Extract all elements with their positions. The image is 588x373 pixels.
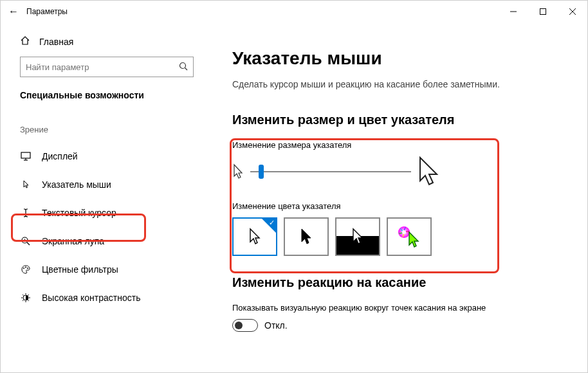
sidebar-item-label: Дисплей — [42, 151, 78, 161]
home-link[interactable]: Главная — [1, 29, 213, 57]
cursor-small-icon — [232, 163, 244, 180]
slider-thumb[interactable] — [259, 165, 264, 179]
svg-line-5 — [185, 68, 188, 70]
back-button[interactable]: ← — [1, 6, 26, 17]
text-cursor-icon — [20, 208, 32, 218]
home-icon — [20, 35, 30, 48]
svg-line-23 — [23, 300, 24, 302]
page-title: Указатель мыши — [232, 48, 568, 69]
sidebar-item-display[interactable]: Дисплей — [1, 142, 213, 170]
magnifier-icon — [20, 236, 32, 246]
svg-line-22 — [28, 300, 30, 302]
check-icon: ✓ — [269, 219, 275, 227]
pointer-size-label: Изменение размера указателя — [232, 140, 568, 150]
svg-line-24 — [28, 295, 30, 296]
toggle-knob — [235, 322, 243, 329]
sidebar-item-text-cursor[interactable]: Текстовый курсор — [1, 199, 213, 227]
palette-icon — [20, 264, 32, 275]
sidebar-item-label: Текстовый курсор — [42, 208, 116, 218]
pointer-icon — [20, 179, 32, 190]
sidebar-item-label: Высокая контрастность — [42, 293, 140, 303]
svg-point-13 — [23, 268, 24, 269]
pointer-size-slider[interactable] — [250, 171, 411, 172]
pointer-color-white[interactable]: ✓ — [232, 217, 277, 256]
sidebar-item-label: Указатель мыши — [42, 179, 111, 190]
pointer-color-inverted[interactable] — [335, 217, 380, 256]
pointer-color-label: Изменение цвета указателя — [232, 201, 568, 211]
sidebar-item-color-filters[interactable]: Цветные фильтры — [1, 255, 213, 284]
search-field[interactable] — [26, 62, 179, 72]
cursor-large-icon — [418, 156, 439, 187]
size-color-section-title: Изменить размер и цвет указателя — [232, 113, 568, 127]
pointer-size-slider-row — [232, 156, 568, 187]
sidebar-item-mouse-pointer[interactable]: Указатель мыши — [1, 170, 213, 199]
svg-point-26 — [402, 230, 406, 234]
window-title: Параметры — [26, 7, 499, 16]
touch-feedback-label: Показывать визуальную реакцию вокруг точ… — [232, 303, 568, 313]
titlebar: ← Параметры — [1, 1, 587, 23]
home-label: Главная — [39, 37, 73, 47]
main-content: Указатель мыши Сделать курсор мыши и реа… — [213, 23, 587, 373]
touch-feedback-toggle[interactable] — [232, 319, 258, 332]
pointer-color-black[interactable] — [284, 217, 329, 256]
sidebar-item-high-contrast[interactable]: Высокая контрастность — [1, 284, 213, 312]
sidebar-item-label: Экранная лупа — [42, 236, 104, 246]
svg-rect-1 — [540, 9, 546, 15]
search-icon — [179, 62, 188, 73]
display-icon — [20, 152, 32, 161]
minimize-button[interactable] — [499, 1, 528, 23]
svg-point-4 — [180, 62, 186, 68]
svg-line-21 — [23, 295, 24, 296]
svg-rect-6 — [21, 152, 30, 158]
sidebar-item-magnifier[interactable]: Экранная лупа — [1, 227, 213, 255]
page-description: Сделать курсор мыши и реакцию на касание… — [232, 79, 568, 89]
sidebar: Главная Специальные возможности Зрение Д… — [1, 23, 213, 373]
maximize-button[interactable] — [528, 1, 558, 23]
contrast-icon — [20, 293, 32, 303]
touch-section-title: Изменить реакцию на касание — [232, 275, 568, 290]
close-button[interactable] — [558, 1, 587, 23]
sidebar-item-label: Цветные фильтры — [42, 264, 118, 275]
svg-point-14 — [25, 267, 26, 268]
svg-point-15 — [27, 268, 28, 269]
search-input[interactable] — [20, 57, 194, 77]
toggle-state-label: Откл. — [264, 320, 288, 331]
vision-category: Зрение — [1, 112, 213, 142]
svg-line-10 — [27, 242, 30, 245]
pointer-color-custom[interactable] — [387, 217, 432, 256]
ease-of-access-title: Специальные возможности — [1, 90, 213, 112]
